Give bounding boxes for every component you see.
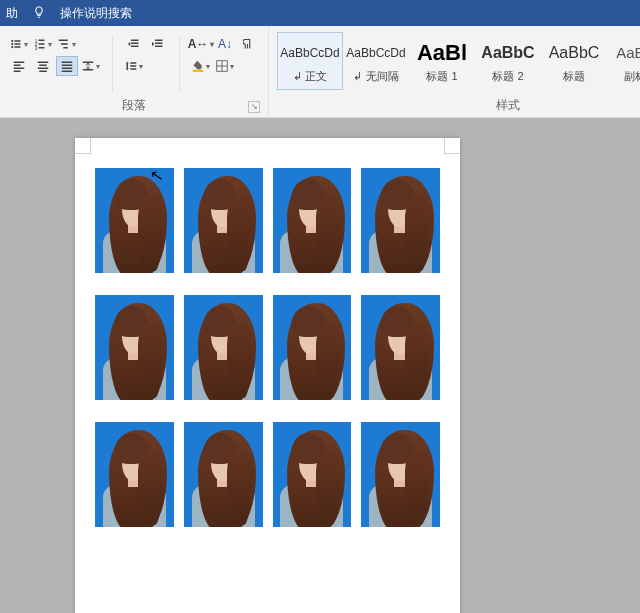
- style-name: 副标题: [624, 69, 641, 84]
- align-center-button[interactable]: [32, 56, 54, 76]
- svg-rect-7: [39, 40, 45, 42]
- svg-rect-39: [193, 70, 204, 72]
- style-item[interactable]: AaBbC副标题: [607, 32, 640, 90]
- distribute-button[interactable]: [80, 56, 102, 76]
- svg-rect-30: [131, 43, 139, 45]
- id-photo[interactable]: [361, 168, 440, 273]
- style-item[interactable]: AaBbCcDd↲ 正文: [277, 32, 343, 90]
- document-area[interactable]: [0, 118, 640, 613]
- svg-rect-29: [131, 40, 139, 42]
- svg-rect-9: [39, 43, 45, 45]
- increase-indent-button[interactable]: [147, 34, 169, 54]
- svg-text:3: 3: [35, 46, 38, 50]
- title-bar: 助 操作说明搜索: [0, 0, 640, 26]
- svg-rect-36: [130, 62, 136, 64]
- svg-rect-22: [39, 71, 47, 73]
- svg-point-0: [11, 40, 13, 42]
- svg-rect-24: [62, 65, 73, 67]
- id-photo[interactable]: [273, 422, 352, 527]
- svg-rect-38: [130, 68, 136, 70]
- document-page[interactable]: [75, 138, 460, 613]
- paragraph-dialog-launcher[interactable]: ↘: [248, 101, 260, 113]
- id-photo[interactable]: [273, 295, 352, 400]
- svg-rect-15: [14, 62, 25, 64]
- style-preview: AaBbC: [549, 39, 600, 67]
- style-name: ↲ 无间隔: [353, 69, 398, 84]
- multilevel-list-button[interactable]: [56, 34, 78, 54]
- svg-rect-34: [155, 46, 163, 48]
- id-photo[interactable]: [184, 422, 263, 527]
- svg-rect-20: [39, 65, 47, 67]
- align-left-button[interactable]: [8, 56, 30, 76]
- ribbon: 123: [0, 26, 640, 118]
- id-photo[interactable]: [95, 168, 174, 273]
- id-photo[interactable]: [184, 168, 263, 273]
- numbering-button[interactable]: 123: [32, 34, 54, 54]
- sort-button[interactable]: A↓: [214, 34, 236, 54]
- id-photo[interactable]: [273, 168, 352, 273]
- svg-rect-5: [15, 46, 21, 48]
- style-name: 标题 2: [492, 69, 523, 84]
- svg-rect-25: [62, 68, 73, 70]
- style-item[interactable]: AaBbC标题: [541, 32, 607, 90]
- styles-group: AaBbCcDd↲ 正文AaBbCcDd↲ 无间隔AaBl标题 1AaBbC标题…: [269, 26, 640, 117]
- shading-button[interactable]: [190, 56, 212, 76]
- style-name: ↲ 正文: [293, 69, 327, 84]
- svg-rect-37: [130, 65, 136, 67]
- svg-rect-26: [62, 71, 73, 73]
- svg-rect-33: [155, 43, 163, 45]
- id-photo[interactable]: [95, 295, 174, 400]
- style-preview: AaBbCcDd: [280, 39, 339, 67]
- align-justify-button[interactable]: [56, 56, 78, 76]
- svg-rect-13: [61, 43, 68, 45]
- svg-rect-31: [131, 46, 139, 48]
- page-margin-corner: [75, 138, 91, 154]
- style-preview: AaBbC: [481, 39, 534, 67]
- svg-point-4: [11, 46, 13, 48]
- style-name: 标题: [563, 69, 585, 84]
- style-preview: AaBbC: [616, 39, 640, 67]
- styles-gallery[interactable]: AaBbCcDd↲ 正文AaBbCcDd↲ 无间隔AaBl标题 1AaBbC标题…: [277, 30, 640, 95]
- svg-rect-19: [38, 62, 49, 64]
- svg-rect-35: [127, 64, 129, 69]
- decrease-indent-button[interactable]: [123, 34, 145, 54]
- lightbulb-icon: [32, 5, 46, 22]
- svg-rect-32: [155, 40, 163, 42]
- style-name: 标题 1: [426, 69, 457, 84]
- paragraph-group-label: 段落 ↘: [8, 95, 260, 115]
- style-preview: AaBl: [417, 39, 467, 67]
- svg-rect-23: [62, 62, 73, 64]
- svg-rect-18: [14, 71, 21, 73]
- borders-button[interactable]: [214, 56, 236, 76]
- svg-rect-12: [59, 40, 68, 42]
- asian-layout-button[interactable]: A↔: [190, 34, 212, 54]
- style-item[interactable]: AaBl标题 1: [409, 32, 475, 90]
- svg-rect-16: [14, 65, 21, 67]
- line-spacing-button[interactable]: [123, 56, 145, 76]
- style-item[interactable]: AaBbC标题 2: [475, 32, 541, 90]
- svg-rect-17: [14, 68, 25, 70]
- show-marks-button[interactable]: [238, 34, 260, 54]
- id-photo[interactable]: [361, 295, 440, 400]
- svg-rect-14: [63, 47, 68, 49]
- help-tab[interactable]: 助: [6, 5, 18, 22]
- tell-me-search[interactable]: 操作说明搜索: [60, 5, 132, 22]
- paragraph-group: 123: [0, 26, 269, 117]
- id-photo[interactable]: [361, 422, 440, 527]
- bullets-button[interactable]: [8, 34, 30, 54]
- svg-rect-1: [15, 40, 21, 42]
- svg-rect-11: [39, 47, 45, 49]
- svg-point-2: [11, 43, 13, 45]
- styles-group-label: 样式: [277, 95, 640, 115]
- id-photo[interactable]: [95, 422, 174, 527]
- id-photo[interactable]: [184, 295, 263, 400]
- page-margin-corner: [444, 138, 460, 154]
- svg-rect-21: [38, 68, 49, 70]
- style-item[interactable]: AaBbCcDd↲ 无间隔: [343, 32, 409, 90]
- style-preview: AaBbCcDd: [346, 39, 405, 67]
- photo-grid: [95, 168, 440, 527]
- svg-rect-3: [15, 43, 21, 45]
